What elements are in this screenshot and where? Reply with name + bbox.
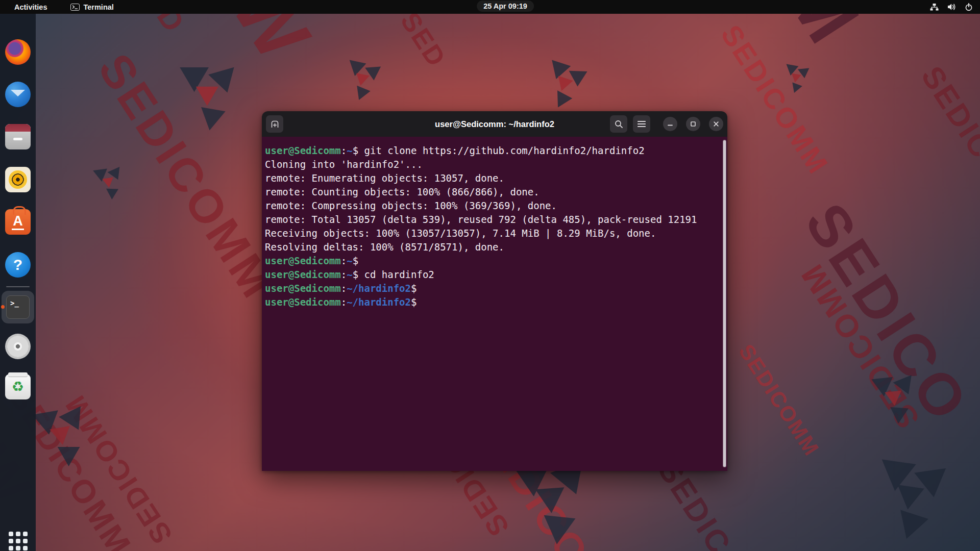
terminal-line: remote: Enumerating objects: 13057, done… [265, 171, 717, 185]
menu-button[interactable] [633, 115, 650, 133]
terminal-line: user@Sedicomm:~$ git clone https://githu… [265, 144, 717, 158]
wallpaper-logo-triangles [871, 460, 951, 548]
close-button[interactable] [709, 117, 723, 131]
terminal-text-segment: user@Sedicomm [265, 283, 341, 294]
focused-app-label: Terminal [83, 3, 113, 11]
dock-separator [6, 286, 30, 287]
network-icon [930, 4, 939, 11]
terminal-text-segment: remote: Total 13057 (delta 539), reused … [265, 214, 697, 225]
terminal-window: user@Sedicomm: ~/hardinfo2 user@Sedicomm… [262, 111, 727, 471]
dock-item-rhythmbox[interactable] [5, 167, 31, 192]
show-applications-button[interactable] [9, 532, 27, 551]
terminal-text-segment: : [341, 269, 347, 280]
terminal-line: Cloning into 'hardinfo2'... [265, 158, 717, 171]
search-button[interactable] [610, 115, 627, 133]
dock-item-software[interactable]: A [5, 209, 31, 235]
dock-item-terminal[interactable]: >_ [2, 291, 34, 323]
wallpaper-watermark: SEDICOMM [916, 61, 980, 232]
terminal-text-segment: $ [411, 296, 416, 308]
terminal-output: user@Sedicomm:~$ git clone https://githu… [265, 144, 717, 309]
terminal-text-segment: user@Sedicomm [265, 269, 341, 280]
terminal-titlebar[interactable]: user@Sedicomm: ~/hardinfo2 [262, 111, 727, 137]
terminal-line: user@Sedicomm:~$ [265, 254, 717, 268]
wallpaper-logo-triangles [93, 166, 127, 203]
minimize-button[interactable] [663, 117, 677, 131]
terminal-line: Receiving objects: 100% (13057/13057), 7… [265, 227, 717, 240]
terminal-line: user@Sedicomm:~/hardinfo2$ [265, 295, 717, 309]
terminal-line: remote: Compressing objects: 100% (369/3… [265, 199, 717, 213]
terminal-text-segment: Resolving deltas: 100% (8571/8571), done… [265, 241, 504, 253]
focused-app-menu[interactable]: Terminal [70, 3, 113, 11]
terminal-text-segment: remote: Counting objects: 100% (866/866)… [265, 186, 540, 197]
terminal-text-segment: user@Sedicomm [265, 255, 341, 266]
terminal-text-segment: $ git clone https://github.com/hardinfo2… [353, 145, 645, 156]
wallpaper-logo-triangles [537, 60, 590, 116]
software-a-glyph: A [12, 214, 24, 230]
terminal-text-segment: : [341, 145, 347, 156]
terminal-text-segment: remote: Enumerating objects: 13057, done… [265, 172, 504, 184]
dock-item-firefox[interactable] [5, 39, 31, 65]
wallpaper-logo-triangles [341, 60, 384, 106]
clock[interactable]: 25 Apr 09:19 [477, 1, 534, 12]
maximize-button[interactable] [686, 117, 700, 131]
volume-icon [947, 3, 956, 11]
dock-item-media[interactable] [5, 334, 31, 359]
terminal-text-segment: ~/hardinfo2 [347, 296, 411, 308]
dock-item-thunderbird[interactable] [5, 82, 31, 107]
terminal-running-indicator [1, 305, 5, 309]
terminal-text-segment: ~ [347, 269, 352, 280]
terminal-text-segment: ~ [347, 255, 352, 266]
terminal-text-segment: $ [411, 283, 416, 294]
dock-item-help[interactable]: ? [5, 252, 31, 278]
terminal-body[interactable]: user@Sedicomm:~$ git clone https://githu… [262, 137, 727, 471]
terminal-text-segment: user@Sedicomm [265, 296, 341, 308]
terminal-text-segment: ~ [347, 145, 352, 156]
activities-button[interactable]: Activities [10, 2, 51, 12]
dock: A ? >_ ♻ [0, 14, 36, 551]
terminal-line: remote: Total 13057 (delta 539), reused … [265, 213, 717, 227]
terminal-line: user@Sedicomm:~/hardinfo2$ [265, 282, 717, 295]
terminal-line: Resolving deltas: 100% (8571/8571), done… [265, 240, 717, 254]
new-tab-button[interactable] [266, 115, 283, 133]
wallpaper-logo-triangles [871, 375, 920, 429]
terminal-text-segment: Receiving objects: 100% (13057/13057), 7… [265, 228, 656, 239]
terminal-scrollbar[interactable] [723, 140, 726, 467]
terminal-text-segment: : [341, 283, 347, 294]
terminal-dock-icon: >_ [6, 295, 30, 319]
dock-item-trash[interactable]: ♻ [5, 374, 31, 399]
terminal-text-segment: : [341, 296, 347, 308]
terminal-text-segment: $ cd hardinfo2 [353, 269, 434, 280]
wallpaper-logo-triangles [781, 64, 812, 97]
wallpaper-watermark: SED [396, 8, 451, 72]
power-icon [965, 3, 973, 11]
wallpaper-logo-triangles [32, 406, 95, 474]
top-bar: Activities Terminal 25 Apr 09:19 [0, 0, 980, 14]
terminal-app-icon [70, 4, 80, 11]
system-tray[interactable] [930, 0, 973, 14]
wallpaper-watermark: SEDICOMM [735, 341, 823, 460]
terminal-line: user@Sedicomm:~$ cd hardinfo2 [265, 268, 717, 282]
wallpaper-logo-triangles [513, 461, 595, 551]
terminal-text-segment: $ [353, 255, 358, 266]
terminal-text-segment: user@Sedicomm [265, 145, 341, 156]
dock-item-files[interactable] [5, 124, 31, 149]
terminal-line: remote: Counting objects: 100% (866/866)… [265, 185, 717, 199]
terminal-text-segment: remote: Compressing objects: 100% (369/3… [265, 200, 557, 211]
titlebar-controls [610, 115, 723, 133]
terminal-text-segment: Cloning into 'hardinfo2'... [265, 159, 423, 170]
terminal-text-segment: ~/hardinfo2 [347, 283, 411, 294]
terminal-text-segment: : [341, 255, 347, 266]
wallpaper-logo-triangles [180, 67, 239, 134]
